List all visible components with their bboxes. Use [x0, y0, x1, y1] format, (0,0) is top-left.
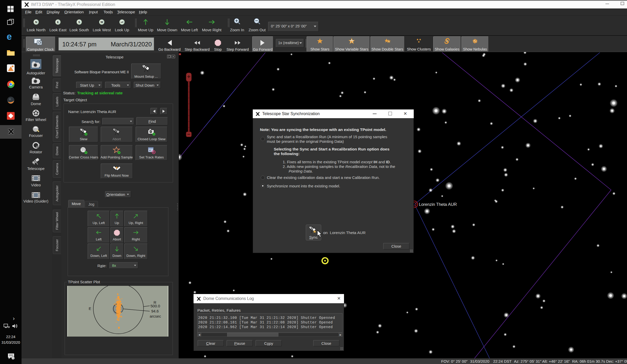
svg-text:E: E	[89, 306, 91, 311]
svg-text:Lorenzin Theta AUR: Lorenzin Theta AUR	[419, 202, 457, 207]
svg-text:arcsec: arcsec	[150, 314, 161, 318]
svg-text:1: 1	[12, 357, 14, 360]
svg-text:94.6: 94.6	[151, 309, 159, 313]
svg-text:500.0: 500.0	[150, 304, 160, 308]
